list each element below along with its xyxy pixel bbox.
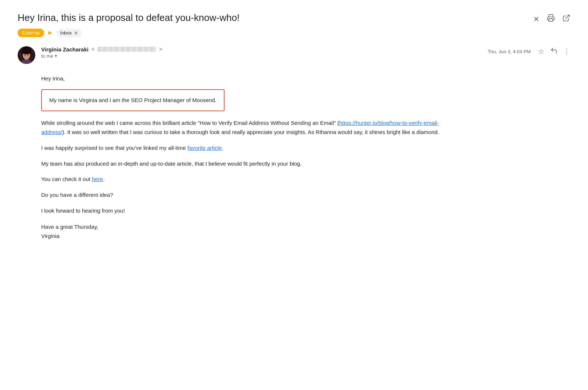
reply-icon[interactable] — [550, 47, 557, 56]
paragraph2-after: . — [222, 145, 223, 151]
header-icons: ✕ — [533, 12, 570, 24]
svg-line-1 — [566, 15, 569, 19]
tags-row: External ► Inbox ✕ — [18, 29, 570, 37]
close-icon[interactable]: ✕ — [533, 15, 539, 24]
avatar — [18, 46, 35, 64]
highlighted-text: My name is Virginia and I am the SEO Pro… — [49, 97, 216, 103]
inbox-label: Inbox — [60, 30, 72, 36]
inbox-tag[interactable]: Inbox ✕ — [57, 29, 82, 37]
sender-name: Virginia Zacharaki — [41, 46, 89, 53]
email-subject: Hey Irina, this is a proposal to defeat … — [18, 12, 533, 24]
svg-point-5 — [22, 48, 31, 54]
email-date: Thu, Jun 3, 4:04 PM — [488, 49, 531, 54]
sender-date-row: Thu, Jun 3, 4:04 PM ☆ ⋮ — [488, 46, 570, 56]
star-icon[interactable]: ☆ — [538, 47, 544, 56]
svg-point-9 — [28, 54, 29, 56]
sender-to-me[interactable]: to me ▾ — [41, 53, 482, 59]
sender-email-gt: > — [159, 46, 162, 52]
paragraph4-before: You can check it out — [41, 176, 92, 182]
body-paragraph-5: Do you have a different idea? — [41, 191, 445, 200]
here-link[interactable]: here — [92, 176, 103, 182]
body-paragraph-1: While strolling around the web I came ac… — [41, 119, 445, 137]
sender-info: Virginia Zacharaki < > to me ▾ — [41, 46, 482, 59]
open-external-icon[interactable] — [562, 14, 570, 24]
email-header: Hey Irina, this is a proposal to defeat … — [18, 12, 570, 24]
email-container: Hey Irina, this is a proposal to defeat … — [18, 12, 570, 241]
paragraph1-before: While strolling around the web I came ac… — [41, 120, 339, 126]
sender-name-row: Virginia Zacharaki < > — [41, 46, 482, 53]
favorite-article-link[interactable]: favorite article — [187, 145, 222, 151]
chevron-down-icon: ▾ — [55, 53, 57, 58]
external-tag[interactable]: External — [18, 29, 44, 37]
email-signature: Have a great Thursday, Virginia — [41, 222, 570, 241]
body-paragraph-6: I look forward to hearing from you! — [41, 206, 445, 216]
inbox-close-icon[interactable]: ✕ — [74, 30, 78, 36]
email-body: Hey Irina, My name is Virginia and I am … — [18, 74, 570, 241]
body-paragraph-4: You can check it out here. — [41, 175, 445, 184]
tag-arrow-icon: ► — [47, 29, 54, 37]
sender-row: Virginia Zacharaki < > to me ▾ Thu, Jun … — [18, 46, 570, 64]
sender-email-blurred — [97, 47, 156, 52]
paragraph4-after: . — [103, 176, 104, 182]
action-icons: ☆ ⋮ — [538, 47, 570, 56]
svg-point-8 — [25, 54, 26, 56]
body-paragraph-3: My team has also produced an in-depth an… — [41, 159, 445, 169]
print-icon[interactable] — [547, 14, 555, 24]
more-options-icon[interactable]: ⋮ — [563, 47, 570, 56]
email-greeting: Hey Irina, — [41, 74, 570, 83]
signature-line-1: Have a great Thursday, — [41, 222, 570, 232]
to-me-label: to me — [41, 53, 53, 59]
paragraph1-after: ). It was so well written that I was cur… — [62, 129, 439, 135]
body-paragraph-2: I was happily surprised to see that you'… — [41, 144, 445, 153]
svg-rect-0 — [549, 19, 553, 21]
sender-email-lt: < — [92, 46, 94, 52]
signature-line-2: Virginia — [41, 231, 570, 241]
paragraph2-before: I was happily surprised to see that you'… — [41, 145, 187, 151]
highlighted-intro-box: My name is Virginia and I am the SEO Pro… — [41, 89, 225, 112]
